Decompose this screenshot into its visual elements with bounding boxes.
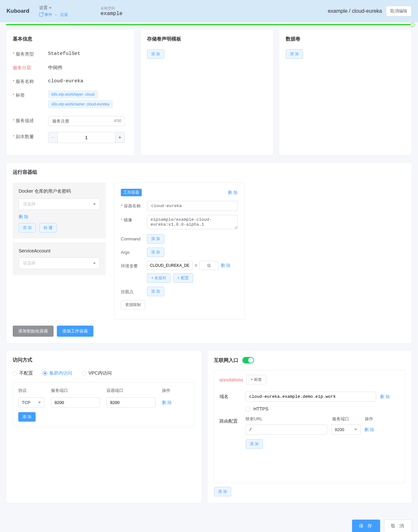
route-delete-link[interactable]: 删 除 xyxy=(364,427,374,433)
volume-card: 数据卷 添 加 xyxy=(279,29,412,156)
protocol-select[interactable]: TCP xyxy=(18,397,44,408)
radio-no-config[interactable]: 不配置 xyxy=(13,370,33,376)
env-delete-link[interactable]: 删 除 xyxy=(221,263,231,268)
container-name-input[interactable] xyxy=(147,201,238,211)
settings-dropdown[interactable]: 设置 xyxy=(39,5,52,11)
env-value-input[interactable] xyxy=(199,261,219,270)
domain-input[interactable] xyxy=(246,392,376,402)
env-key-input[interactable] xyxy=(147,261,193,270)
replicas-input[interactable] xyxy=(58,132,115,143)
image-input[interactable]: eipsample/example-cloud-eureka:v1.0.0-al… xyxy=(147,215,238,229)
add-annotation-button[interactable]: + 标签 xyxy=(246,375,266,384)
back-arrow-icon: ← xyxy=(54,12,59,17)
container-port-input[interactable] xyxy=(106,397,155,408)
port-header-protocol: 协议 xyxy=(18,388,51,394)
service-name-value: cloud-eureka xyxy=(48,77,128,84)
chevron-down-icon xyxy=(93,263,96,264)
access-card: 访问方式 不配置 集群内访问 VPC内访问 协议 服务端口 xyxy=(6,350,202,503)
cancel-edit-button[interactable]: 取消编辑 xyxy=(386,6,411,16)
service-layer-value: 中间件 xyxy=(48,63,128,71)
namespace-value: example xyxy=(101,11,122,17)
labels-label: 标签 xyxy=(13,90,48,98)
service-type-label: 服务类型 xyxy=(13,49,48,57)
add-init-container-button[interactable]: 添加初始化容器 xyxy=(13,326,54,337)
ingress-title: 互联网入口 xyxy=(214,357,238,363)
check-icon: ✓ xyxy=(411,24,414,27)
chevron-down-icon xyxy=(38,402,41,403)
label-tag[interactable]: k8s.eip.work/name: cloud-eureka xyxy=(48,100,113,108)
route-add-button[interactable]: 添 加 xyxy=(246,439,263,449)
namespace-label: 名称空间 xyxy=(101,6,122,11)
events-link[interactable]: 事件 xyxy=(39,12,52,18)
radio-cluster-internal[interactable]: 集群内访问 xyxy=(43,370,72,376)
route-port-select[interactable]: 9200 xyxy=(331,425,361,435)
mount-label: 挂载点 xyxy=(121,287,147,295)
env-label: 环境变量 xyxy=(121,261,147,269)
port-delete-link[interactable]: 删 除 xyxy=(162,400,172,406)
storage-card: 存储卷声明模板 添 加 xyxy=(140,29,274,156)
route-label: 路由配置 xyxy=(219,416,246,449)
label-tag[interactable]: k8s.eip.work/layer: cloud xyxy=(48,90,98,98)
basic-info-card: 基本信息 服务类型 StatefulSet 服务分层 中间件 服务名称 clou… xyxy=(6,29,135,156)
access-title: 访问方式 xyxy=(13,357,195,363)
domain-label: 域名 xyxy=(219,392,246,411)
docker-create-button[interactable]: 创 建 xyxy=(39,223,56,233)
port-header-action: 操作 xyxy=(162,388,189,394)
service-name-label: 服务名称 xyxy=(13,77,48,85)
command-add-button[interactable]: 添 加 xyxy=(147,234,164,244)
ingress-card: 互联网入口 annotations + 标签 域名 删 除 xyxy=(207,350,412,503)
docker-add-button[interactable]: 添 加 xyxy=(19,223,36,233)
namespace-block: 名称空间 example xyxy=(101,6,122,17)
mount-add-button[interactable]: 添 加 xyxy=(147,287,164,296)
chevron-down-icon xyxy=(93,203,96,205)
storage-add-button[interactable]: 添 加 xyxy=(147,49,164,59)
args-add-button[interactable]: 添 加 xyxy=(147,248,164,257)
port-header-svc: 服务端口 xyxy=(51,388,106,394)
header: Kuboard 设置 事件 ← 后退 名称空间 example example … xyxy=(0,0,418,22)
ingress-add-button[interactable]: 添 加 xyxy=(214,487,231,496)
docker-secret-title: Docker 仓库的用户名密码 xyxy=(19,188,100,194)
back-link[interactable]: ← 后退 xyxy=(54,12,68,18)
env-add-cfg-button[interactable]: + 配置 xyxy=(173,273,193,283)
https-label: HTTPS xyxy=(253,406,268,411)
domain-delete-link[interactable]: 删 除 xyxy=(380,394,390,400)
volume-add-button[interactable]: 添 加 xyxy=(286,49,303,59)
header-middle: 设置 事件 ← 后退 xyxy=(39,5,68,18)
service-account-box: ServiceAccount 请选择 xyxy=(13,242,106,275)
sa-title: ServiceAccount xyxy=(19,248,100,253)
sa-select[interactable]: 请选择 xyxy=(19,257,100,269)
containers-title: 运行容器组 xyxy=(13,169,405,175)
port-add-button[interactable]: 添 加 xyxy=(18,412,36,422)
resource-limit-button[interactable]: 资源限制 xyxy=(121,300,145,310)
env-add-kv-button[interactable]: + 名值对 xyxy=(147,273,170,283)
replicas-decrement[interactable]: − xyxy=(48,132,58,143)
storage-title: 存储卷声明模板 xyxy=(147,36,267,42)
desc-input[interactable] xyxy=(48,116,125,126)
progress-bar: ✓ xyxy=(6,24,412,25)
containers-card: 运行容器组 Docker 仓库的用户名密码 请选择 删 除 添 加 创 建 xyxy=(6,162,412,344)
replicas-increment[interactable]: + xyxy=(115,132,125,143)
container-delete-link[interactable]: 删 除 xyxy=(228,190,238,196)
https-checkbox[interactable] xyxy=(246,407,250,411)
breadcrumb: example / cloud-eureka xyxy=(328,8,382,14)
route-url-input[interactable] xyxy=(246,425,327,435)
chevron-down-icon xyxy=(49,7,52,9)
docker-secret-select[interactable]: 请选择 xyxy=(19,198,100,210)
container-detail-box: 工作容器 删 除 容器名称 镜像 eipsample/example-cloud… xyxy=(114,183,245,320)
logo: Kuboard xyxy=(7,8,29,14)
docker-delete-link[interactable]: 删 除 xyxy=(19,214,28,220)
cancel-button[interactable]: 取 消 xyxy=(384,520,412,532)
service-port-input[interactable] xyxy=(51,397,100,408)
footer-actions: 保 存 取 消 xyxy=(0,520,418,532)
desc-label: 服务描述 xyxy=(13,116,48,124)
service-type-value: StatefulSet xyxy=(48,49,128,56)
route-header-action: 操作 xyxy=(365,416,400,422)
basic-info-title: 基本信息 xyxy=(13,36,128,42)
save-button[interactable]: 保 存 xyxy=(352,520,380,532)
replicas-label: 副本数量 xyxy=(13,132,48,140)
ingress-switch[interactable] xyxy=(242,357,254,363)
container-name-label: 容器名称 xyxy=(121,201,147,209)
radio-vpc-internal[interactable]: VPC内访问 xyxy=(82,370,112,376)
desc-count: 4/50 xyxy=(114,119,121,123)
add-work-container-button[interactable]: 添加工作容器 xyxy=(57,326,93,337)
